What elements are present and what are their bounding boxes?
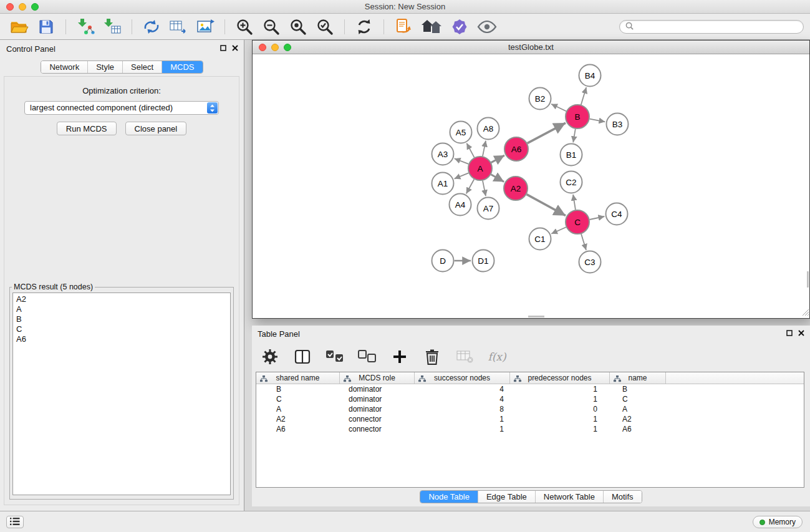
close-panel-icon[interactable] — [232, 45, 238, 51]
vertical-scrollbar[interactable] — [807, 271, 809, 288]
tab-style[interactable]: Style — [87, 61, 122, 73]
zoom-view-button[interactable] — [284, 44, 291, 51]
tab-edge-table[interactable]: Edge Table — [478, 491, 535, 503]
check-icon[interactable] — [450, 17, 469, 36]
zoom-fit-icon[interactable] — [289, 17, 307, 36]
edge-A-A1[interactable] — [455, 173, 469, 178]
node-D1[interactable]: D1 — [473, 250, 494, 272]
node-B1[interactable]: B1 — [561, 144, 582, 166]
node-A[interactable]: A — [468, 157, 492, 180]
mcds-result-item[interactable]: C — [13, 324, 230, 334]
edge-C-C1[interactable] — [551, 227, 566, 234]
node-A1[interactable]: A1 — [432, 173, 454, 195]
edge-A-A3[interactable] — [455, 158, 469, 164]
node-C2[interactable]: C2 — [561, 172, 582, 193]
mcds-result-item[interactable]: A6 — [13, 334, 230, 344]
export-network-icon[interactable] — [142, 17, 161, 36]
add-icon[interactable] — [390, 347, 409, 366]
edge-A-A4[interactable] — [466, 180, 475, 194]
node-C4[interactable]: C4 — [606, 203, 628, 225]
edge-A-A2[interactable] — [491, 175, 504, 182]
table-row[interactable]: Bdominator41B — [256, 384, 804, 394]
column-header-shared-name[interactable]: shared name — [256, 372, 340, 384]
eye-icon[interactable] — [477, 17, 497, 36]
clipboard-icon[interactable] — [394, 17, 413, 36]
split-icon[interactable] — [293, 347, 312, 366]
node-A7[interactable]: A7 — [478, 198, 499, 220]
edge-A-A6[interactable] — [491, 155, 504, 163]
node-B3[interactable]: B3 — [607, 114, 629, 135]
node-A4[interactable]: A4 — [450, 194, 471, 216]
import-network-icon[interactable] — [76, 17, 95, 36]
zoom-window-button[interactable] — [31, 3, 39, 11]
column-header-name[interactable]: name — [610, 372, 666, 384]
node-A2[interactable]: A2 — [504, 177, 528, 200]
close-view-button[interactable] — [259, 44, 266, 51]
tab-node-table[interactable]: Node Table — [420, 491, 478, 503]
node-C[interactable]: C — [566, 210, 589, 234]
table-row[interactable]: A6connector11A6 — [256, 424, 804, 434]
save-icon[interactable] — [37, 17, 55, 36]
node-C1[interactable]: C1 — [529, 228, 551, 250]
edge-C-C4[interactable] — [590, 216, 605, 220]
table-row[interactable]: A2connector11A2 — [256, 414, 804, 424]
select-all-icon[interactable] — [325, 347, 344, 366]
edge-A2-C[interactable] — [527, 195, 566, 216]
tab-mcds[interactable]: MCDS — [162, 61, 202, 73]
network-window-titlebar[interactable]: testGlobe.txt — [253, 41, 809, 54]
edge-A6-B[interactable] — [528, 123, 566, 143]
close-panel-button[interactable]: Close panel — [125, 122, 187, 135]
zoom-selected-icon[interactable] — [316, 17, 334, 36]
edge-B-B1[interactable] — [573, 129, 576, 143]
export-table-icon[interactable] — [169, 17, 188, 36]
node-B2[interactable]: B2 — [529, 88, 551, 110]
node-C3[interactable]: C3 — [579, 251, 601, 273]
node-A5[interactable]: A5 — [450, 122, 472, 143]
minimize-window-button[interactable] — [19, 3, 26, 11]
column-header-predecessor-nodes[interactable]: predecessor nodes — [510, 372, 610, 384]
edge-A-A5[interactable] — [466, 143, 474, 158]
edge-B-B2[interactable] — [551, 104, 566, 112]
mcds-result-item[interactable]: A2 — [13, 294, 230, 304]
node-A8[interactable]: A8 — [478, 118, 499, 140]
zoom-out-icon[interactable] — [262, 17, 281, 36]
memory-button[interactable]: Memory — [753, 516, 803, 528]
show-panels-button[interactable] — [6, 516, 24, 528]
tab-network-table[interactable]: Network Table — [535, 491, 603, 503]
optimization-select[interactable]: largest connected component (directed) — [24, 101, 219, 115]
mcds-result-list[interactable]: A2ABCA6 — [12, 293, 231, 495]
horizontal-scrollbar[interactable] — [528, 316, 544, 317]
network-canvas[interactable]: B4B2BB3A5A8A6B1A3AC2A1A2A4A7C4CC1C3DD1 — [253, 54, 809, 318]
node-A3[interactable]: A3 — [432, 143, 454, 165]
home-icon[interactable] — [421, 17, 442, 36]
edge-A-A8[interactable] — [483, 141, 486, 157]
tab-select[interactable]: Select — [122, 61, 162, 73]
run-mcds-button[interactable]: Run MCDS — [57, 122, 117, 135]
node-D[interactable]: D — [432, 250, 454, 272]
refresh-icon[interactable] — [355, 17, 374, 36]
float-panel-icon[interactable] — [786, 330, 793, 336]
edge-B-B4[interactable] — [581, 87, 586, 105]
search-input[interactable] — [637, 22, 798, 31]
table-row[interactable]: Cdominator41C — [256, 394, 804, 404]
tab-network[interactable]: Network — [41, 61, 87, 73]
minimize-view-button[interactable] — [271, 44, 279, 51]
column-header-MCDS-role[interactable]: MCDS role — [340, 372, 415, 384]
node-A6[interactable]: A6 — [504, 137, 528, 161]
column-header-successor-nodes[interactable]: successor nodes — [415, 372, 510, 384]
network-canvas-svg[interactable]: B4B2BB3A5A8A6B1A3AC2A1A2A4A7C4CC1C3DD1 — [253, 54, 808, 318]
tab-motifs[interactable]: Motifs — [603, 491, 642, 503]
delete-icon[interactable] — [423, 347, 441, 366]
zoom-in-icon[interactable] — [235, 17, 254, 36]
mcds-result-item[interactable]: A — [13, 304, 230, 314]
edge-A-A7[interactable] — [483, 181, 486, 196]
node-B[interactable]: B — [566, 105, 589, 128]
node-B4[interactable]: B4 — [579, 65, 601, 87]
table-row[interactable]: Adominator80A — [256, 404, 804, 414]
deselect-all-icon[interactable] — [358, 347, 377, 366]
close-window-button[interactable] — [6, 3, 14, 11]
resize-grip-icon[interactable] — [801, 308, 809, 317]
edge-B-B3[interactable] — [590, 119, 605, 122]
float-panel-icon[interactable] — [220, 45, 226, 51]
gear-icon[interactable] — [261, 347, 279, 366]
